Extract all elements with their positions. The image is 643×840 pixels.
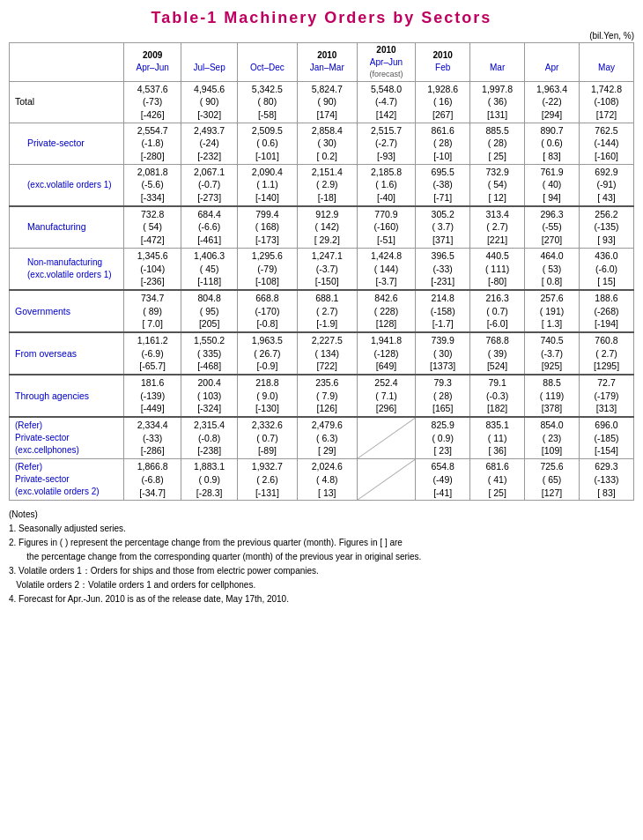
non-mfg-col6: 396.5(-33)[-231] [416,248,470,290]
overseas-col8: 740.5(-3.7)[925] [525,332,580,375]
exc-v1-col6: 695.5(-38)[-71] [416,164,470,206]
col3-header: Oct–Dec [237,43,297,82]
notes-header: (Notes) [19,508,634,522]
refer2-col8: 725.6( 65)[127] [525,459,580,501]
gov-col8: 257.6( 191)[ 1.3] [525,290,580,332]
non-mfg-col1: 1,345.6(-104)[-236] [124,248,181,290]
total-col2: 4,945.6( 90)[-302] [181,81,238,123]
mfg-col4: 912.9( 142)[ 29.2] [297,206,357,249]
private-label: Private-sector [10,123,124,164]
table-row: From overseas 1,161.2(-6.9)[-65.7] 1,550… [10,332,634,375]
note-1: 1. Seasonally adjusted series. [19,522,634,536]
private-col6: 861.6( 28)[-10] [416,123,470,164]
non-mfg-col4: 1,247.1(-3.7)[-150] [297,248,357,290]
from-overseas-label: From overseas [10,332,124,375]
mfg-col7: 313.4( 2.7)[221] [470,206,525,249]
total-col1: 4,537.6(-73)[-426] [124,81,181,123]
col9-header: May [580,43,634,82]
manufacturing-label: Manufacturing [10,206,124,249]
col8-header: Apr [525,43,580,82]
overseas-col5: 1,941.8(-128)[649] [357,332,416,375]
gov-col1: 734.7( 89)[ 7.0] [124,290,181,332]
refer1-col1: 2,334.4(-33)[-286] [124,417,181,459]
exc-v1-col9: 692.9(-91)[ 43] [580,164,634,206]
total-col3: 5,342.5( 80)[-58] [237,81,297,123]
col1-header: 2009 Apr–Jun [124,43,181,82]
total-col5: 5,548.0(-4.7)[142] [357,81,416,123]
non-mfg-col9: 436.0(-6.0)[ 15] [580,248,634,290]
gov-col3: 668.8(-170)[-0.8] [237,290,297,332]
gov-col7: 216.3( 0.7)[-6.0] [470,290,525,332]
mfg-col5: 770.9(-160)[-51] [357,206,416,249]
refer1-col8: 854.0( 23)[109] [525,417,580,459]
non-mfg-col3: 1,295.6(-79)[-108] [237,248,297,290]
private-col8: 890.7( 0.6)[ 83] [525,123,580,164]
agencies-col5: 252.4( 7.1)[296] [357,375,416,417]
col5-header: 2010 Apr–Jun (forecast) [357,43,416,82]
refer2-col1: 1,866.8(-6.8)[-34.7] [124,459,181,501]
exc-v1-col7: 732.9( 54)[ 12] [470,164,525,206]
refer2-col2: 1,883.1( 0.9)[-28.3] [181,459,238,501]
note-2: 2. Figures in ( ) represent the percenta… [19,536,634,564]
agencies-col6: 79.3( 28)[165] [416,375,470,417]
governments-label: Governments [10,290,124,332]
refer2-col6: 654.8(-49)[-41] [416,459,470,501]
agencies-col3: 218.8( 9.0)[-130] [237,375,297,417]
note-4: 4. Forecast for Apr.-Jun. 2010 is as of … [19,592,634,606]
overseas-col7: 768.8( 39)[524] [470,332,525,375]
agencies-col4: 235.6( 7.9)[126] [297,375,357,417]
refer1-col3: 2,332.6( 0.7)[-89] [237,417,297,459]
refer1-col9: 696.0(-185)[-154] [580,417,634,459]
private-col9: 762.5(-144)[-160] [580,123,634,164]
total-col6: 1,928.6( 16)[267] [416,81,470,123]
mfg-col8: 296.3(-55)[270] [525,206,580,249]
overseas-col3: 1,963.5( 26.7)[-0.9] [237,332,297,375]
refer2-col5 [357,459,416,501]
refer1-col5 [357,417,416,459]
svg-line-0 [358,418,416,458]
non-mfg-col8: 464.0( 53)[ 0.8] [525,248,580,290]
empty-header [10,43,124,82]
private-col2: 2,493.7(-24)[-232] [181,123,238,164]
exc-v1-col5: 2,185.8( 1.6)[-40] [357,164,416,206]
refer2-col9: 629.3(-133)[ 83] [580,459,634,501]
table-row: Through agencies 181.6(-139)[-449] 200.4… [10,375,634,417]
overseas-col4: 2,227.5( 134)[722] [297,332,357,375]
private-col7: 885.5( 28)[ 25] [470,123,525,164]
main-table: 2009 Apr–Jun Jul–Sep Oct–Dec 2010 Jan–Ma… [9,42,634,501]
col6-header: 2010 Feb [416,43,470,82]
refer2-col3: 1,932.7( 2.6)[-131] [237,459,297,501]
agencies-col7: 79.1(-0.3)[182] [470,375,525,417]
private-col5: 2,515.7(-2.7)[-93] [357,123,416,164]
mfg-col2: 684.4(-6.6)[-461] [181,206,238,249]
overseas-col1: 1,161.2(-6.9)[-65.7] [124,332,181,375]
page-title: Table-1 Machinery Orders by Sectors [9,9,634,27]
col7-header: Mar [470,43,525,82]
overseas-col6: 739.9( 30)[1373] [416,332,470,375]
notes-section: (Notes) 1. Seasonally adjusted series. 2… [9,508,634,606]
table-row: Governments 734.7( 89)[ 7.0] 804.8( 95)[… [10,290,634,332]
overseas-col9: 760.8( 2.7)[1295] [580,332,634,375]
table-row: Non-manufacturing(exc.volatile orders 1)… [10,248,634,290]
refer2-label: (Refer)Private-sector(exc.volatile order… [10,459,124,501]
gov-col5: 842.6( 228)[128] [357,290,416,332]
non-mfg-label: Non-manufacturing(exc.volatile orders 1) [10,248,124,290]
exc-volatile1-label: (exc.volatile orders 1) [10,164,124,206]
total-col7: 1,997.8( 36)[131] [470,81,525,123]
agencies-col2: 200.4( 103)[-324] [181,375,238,417]
table-row: Total 4,537.6(-73)[-426] 4,945.6( 90)[-3… [10,81,634,123]
private-col4: 2,858.4( 30)[ 0.2] [297,123,357,164]
agencies-col8: 88.5( 119)[378] [525,375,580,417]
gov-col6: 214.8(-158)[-1.7] [416,290,470,332]
agencies-col9: 72.7(-179)[313] [580,375,634,417]
mfg-col1: 732.8( 54)[-472] [124,206,181,249]
gov-col4: 688.1( 2.7)[-1.9] [297,290,357,332]
refer1-col7: 835.1( 11)[ 36] [470,417,525,459]
gov-col2: 804.8( 95)[205] [181,290,238,332]
total-label: Total [10,81,124,123]
note-3b: Volatile orders 2：Volatile orders 1 and … [19,578,634,592]
refer1-col2: 2,315.4(-0.8)[-238] [181,417,238,459]
overseas-col2: 1,550.2( 335)[-468] [181,332,238,375]
exc-v1-col1: 2,081.8(-5.6)[-334] [124,164,181,206]
table-row: (exc.volatile orders 1) 2,081.8(-5.6)[-3… [10,164,634,206]
